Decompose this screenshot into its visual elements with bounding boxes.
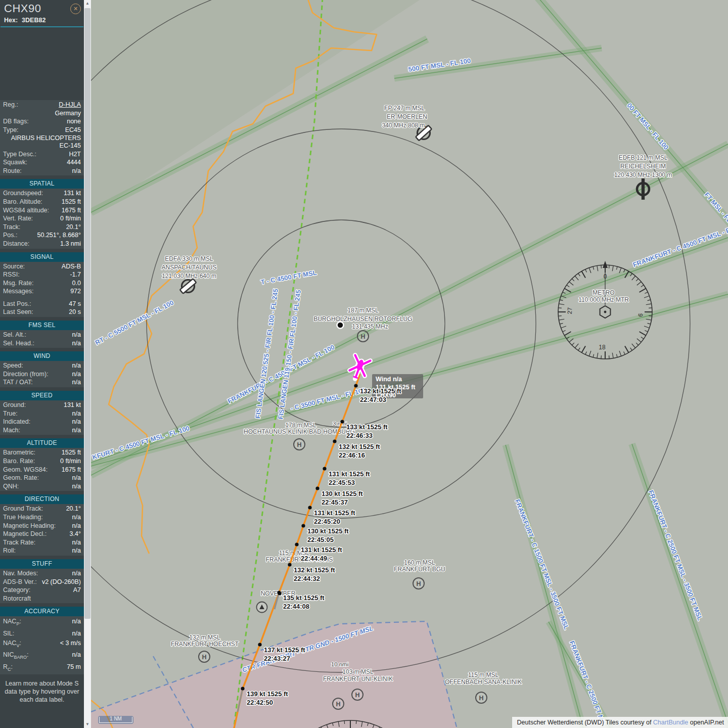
scroll-up-icon[interactable]: ▲ [84, 0, 91, 7]
row-value: 1.3 nmi [60, 240, 81, 248]
data-row: Distance:1.3 nmi [0, 240, 84, 248]
row-label: Indicated: [3, 418, 30, 426]
trail-speed-alt-label: 137 kt 1525 ft [264, 646, 305, 654]
row-label: Baro. Altitude: [3, 198, 42, 206]
anspach-taunus-label: 121.030 MHz 640 m [162, 272, 216, 280]
map-svg[interactable]: 091827METRO110.000 MHz MTRFRANKFURT - C … [91, 0, 728, 728]
row-value: n/a [72, 539, 81, 547]
rose-number: 27 [566, 307, 573, 314]
row-label: Pos.: [3, 232, 18, 239]
data-row: Roll:n/a [0, 547, 84, 555]
row-value: 20 s [69, 308, 81, 316]
row-label: Track Rate: [3, 539, 35, 547]
row-value: n/a [72, 651, 81, 662]
chartbundle-link[interactable]: ChartBundle [653, 719, 689, 726]
section-header-altitude: ALTITUDE [0, 438, 84, 448]
row-value: n/a [72, 547, 81, 555]
row-value: n/a [72, 522, 81, 530]
row-value: n/a [72, 629, 81, 638]
row-label: Msg. Rate: [3, 280, 33, 287]
vor-freq-label: 110.000 MHz MTR [578, 296, 629, 303]
data-row: Category:A7 [0, 586, 84, 595]
section-rows-speed: Ground:131 ktTrue:n/aIndicated:n/aMach:n… [0, 400, 84, 435]
section-rows-signal: Source:ADS-BRSSI:-1.7Msg. Rate:0.0Messag… [0, 262, 84, 317]
data-row: ADS-B Ver.:v2 (DO-260B) [0, 578, 84, 586]
row-value: n/a [72, 362, 81, 370]
trail-speed-alt-label: 133 kt 1525 ft [346, 423, 388, 431]
data-row: Germany [0, 109, 84, 118]
sidebar-header: CHX90 ✕ Hex:3DEB82 [0, 0, 84, 26]
map-canvas[interactable]: 091827METRO110.000 MHz MTRFRANKFURT - C … [91, 0, 728, 728]
row-value: EC45 [65, 126, 81, 134]
anspach-taunus-label: EDFA 330 m MSL [165, 255, 213, 262]
burgholzhausen-rotorflug-label: BURGHOLZHAUSEN ROTORFLUG [313, 315, 412, 323]
scrollbar-thumb[interactable] [84, 8, 90, 619]
row-value: 47 s [69, 300, 81, 308]
row-label: Roll: [3, 547, 16, 555]
row-label: Last Pos.: [3, 300, 31, 308]
rose-tick [601, 265, 602, 268]
section-header-signal: SIGNAL [0, 252, 84, 262]
frankfurt-hoechst-label: FRANKFURT HOECHST [171, 641, 239, 648]
row-label: Ground Track: [3, 505, 43, 513]
trail-point [288, 563, 291, 566]
trail-speed-alt-label: 132 kt 1525 ft [339, 443, 380, 450]
data-row: Direction (from):n/a [0, 370, 84, 379]
registration-link[interactable]: D-HJLA [59, 101, 81, 109]
rose-tick [558, 308, 561, 308]
heliport-letter: H [360, 333, 365, 340]
trail-speed-alt-label: 135 kt 1525 ft [283, 594, 325, 602]
row-value: 4444 [67, 159, 81, 166]
reichelsheim-label: REICHELSHEIM [620, 163, 666, 170]
heliport-icon: H [352, 689, 363, 700]
info-rows: Reg.:D-HJLAGermanyDB flags:noneType:EC45… [0, 100, 84, 175]
trail-time-label: 22:47:03 [360, 396, 386, 403]
trail-point [277, 590, 281, 594]
row-value: n/a [72, 379, 81, 386]
scroll-down-icon[interactable]: ▼ [84, 721, 91, 728]
row-label: Direction (from): [3, 371, 49, 378]
row-label: Type Desc.: [3, 151, 36, 158]
reichelsheim-label: 120.430 MHz 1300 m [614, 171, 672, 178]
section-rows-altitude: Barometric:1525 ftBaro. Rate:0 ft/minGeo… [0, 448, 84, 491]
trail-speed-alt-label: 131 kt 1525 ft [301, 546, 342, 554]
data-row: RSSI:-1.7 [0, 270, 84, 279]
row-label: Vert. Rate: [3, 215, 33, 222]
data-row: Magnetic Heading:n/a [0, 522, 84, 530]
row-label: Rotorcraft [3, 595, 31, 603]
sidebar-scrollbar[interactable]: ▲ ▼ [84, 0, 91, 728]
rose-number: 0 [604, 273, 607, 280]
frankfurt-bgu-label: 160 m MSL [404, 559, 435, 566]
data-row: QNH:n/a [0, 482, 84, 491]
data-row: Rotorcraft [0, 595, 84, 603]
data-row: Ground Track:20.1° [0, 505, 84, 513]
row-label: NACP: [3, 617, 21, 628]
rose-number: 18 [599, 344, 606, 351]
data-row: Sel. Head.:n/a [0, 339, 84, 348]
row-value: n/a [72, 427, 81, 434]
frankfurt-uni-klinik-label: FRANKFURT UNI-KLINIK [323, 675, 393, 682]
row-label: Baro. Rate: [3, 458, 35, 465]
data-row: Track:20.1° [0, 223, 84, 232]
aircraft-photo-placeholder [0, 27, 84, 100]
heliport-icon: H [294, 439, 305, 450]
row-label: Category: [3, 586, 30, 594]
heliport-icon: H [357, 331, 369, 342]
data-rows-container: Reg.:D-HJLAGermanyDB flags:noneType:EC45… [0, 100, 84, 674]
row-label: Mach: [3, 427, 20, 434]
data-row: Speed:n/a [0, 361, 84, 370]
trail-speed-alt-label: 139 kt 1525 ft [247, 690, 288, 698]
row-label: RC: [3, 663, 13, 674]
rose-tick [609, 265, 610, 268]
row-label: Groundspeed: [3, 190, 43, 197]
trail-point [354, 384, 357, 387]
row-value: 131 kt [64, 190, 81, 197]
hochtaunus-klinik-label: 178 m MSL [285, 422, 316, 429]
row-label: Sel. Head.: [3, 340, 34, 347]
row-value: n/a [72, 371, 81, 378]
close-icon[interactable]: ✕ [70, 4, 81, 14]
frankfurt-bgu-label: FRANKFURT BGU [394, 566, 445, 573]
row-label: Geom. Rate: [3, 474, 39, 482]
section-rows-direction: Ground Track:20.1°True Heading:n/aMagnet… [0, 504, 84, 556]
row-label: Type: [3, 126, 19, 134]
